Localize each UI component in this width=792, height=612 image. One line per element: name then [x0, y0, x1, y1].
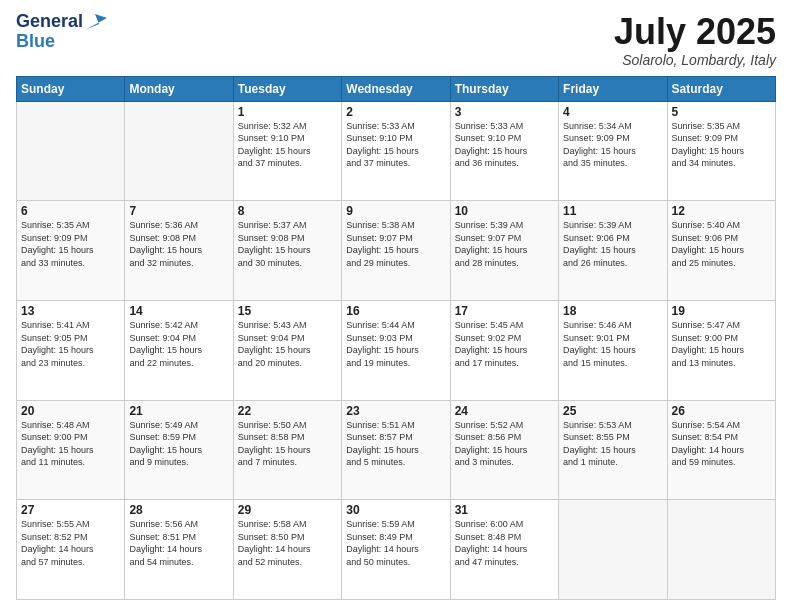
calendar-day-header: Monday [125, 76, 233, 101]
day-number: 2 [346, 105, 445, 119]
day-number: 17 [455, 304, 554, 318]
header: General Blue July 2025 Solarolo, Lombard… [16, 12, 776, 68]
calendar-day-header: Wednesday [342, 76, 450, 101]
day-number: 6 [21, 204, 120, 218]
day-info: Sunrise: 5:35 AM Sunset: 9:09 PM Dayligh… [672, 120, 771, 170]
day-info: Sunrise: 5:43 AM Sunset: 9:04 PM Dayligh… [238, 319, 337, 369]
day-number: 5 [672, 105, 771, 119]
calendar-cell: 19Sunrise: 5:47 AM Sunset: 9:00 PM Dayli… [667, 300, 775, 400]
day-info: Sunrise: 5:39 AM Sunset: 9:06 PM Dayligh… [563, 219, 662, 269]
day-info: Sunrise: 5:39 AM Sunset: 9:07 PM Dayligh… [455, 219, 554, 269]
calendar-cell: 6Sunrise: 5:35 AM Sunset: 9:09 PM Daylig… [17, 201, 125, 301]
day-number: 29 [238, 503, 337, 517]
month-title: July 2025 [614, 12, 776, 52]
calendar-cell: 8Sunrise: 5:37 AM Sunset: 9:08 PM Daylig… [233, 201, 341, 301]
day-number: 14 [129, 304, 228, 318]
day-info: Sunrise: 5:56 AM Sunset: 8:51 PM Dayligh… [129, 518, 228, 568]
calendar-cell: 29Sunrise: 5:58 AM Sunset: 8:50 PM Dayli… [233, 500, 341, 600]
day-number: 12 [672, 204, 771, 218]
day-number: 21 [129, 404, 228, 418]
calendar-cell: 4Sunrise: 5:34 AM Sunset: 9:09 PM Daylig… [559, 101, 667, 201]
title-block: July 2025 Solarolo, Lombardy, Italy [614, 12, 776, 68]
day-info: Sunrise: 5:59 AM Sunset: 8:49 PM Dayligh… [346, 518, 445, 568]
calendar-day-header: Saturday [667, 76, 775, 101]
calendar-cell: 25Sunrise: 5:53 AM Sunset: 8:55 PM Dayli… [559, 400, 667, 500]
logo: General Blue [16, 12, 107, 52]
calendar-cell: 17Sunrise: 5:45 AM Sunset: 9:02 PM Dayli… [450, 300, 558, 400]
day-number: 3 [455, 105, 554, 119]
calendar-cell: 22Sunrise: 5:50 AM Sunset: 8:58 PM Dayli… [233, 400, 341, 500]
day-number: 8 [238, 204, 337, 218]
day-number: 26 [672, 404, 771, 418]
day-number: 1 [238, 105, 337, 119]
calendar-week-row: 6Sunrise: 5:35 AM Sunset: 9:09 PM Daylig… [17, 201, 776, 301]
calendar-cell [125, 101, 233, 201]
calendar-day-header: Thursday [450, 76, 558, 101]
calendar-day-header: Tuesday [233, 76, 341, 101]
day-info: Sunrise: 5:46 AM Sunset: 9:01 PM Dayligh… [563, 319, 662, 369]
logo-blue: Blue [16, 32, 55, 52]
calendar-week-row: 27Sunrise: 5:55 AM Sunset: 8:52 PM Dayli… [17, 500, 776, 600]
calendar-cell: 3Sunrise: 5:33 AM Sunset: 9:10 PM Daylig… [450, 101, 558, 201]
day-number: 16 [346, 304, 445, 318]
day-info: Sunrise: 5:42 AM Sunset: 9:04 PM Dayligh… [129, 319, 228, 369]
calendar-cell: 5Sunrise: 5:35 AM Sunset: 9:09 PM Daylig… [667, 101, 775, 201]
day-info: Sunrise: 5:45 AM Sunset: 9:02 PM Dayligh… [455, 319, 554, 369]
day-info: Sunrise: 5:44 AM Sunset: 9:03 PM Dayligh… [346, 319, 445, 369]
day-info: Sunrise: 5:54 AM Sunset: 8:54 PM Dayligh… [672, 419, 771, 469]
day-number: 30 [346, 503, 445, 517]
day-info: Sunrise: 5:51 AM Sunset: 8:57 PM Dayligh… [346, 419, 445, 469]
day-number: 22 [238, 404, 337, 418]
calendar-cell: 9Sunrise: 5:38 AM Sunset: 9:07 PM Daylig… [342, 201, 450, 301]
calendar-cell: 24Sunrise: 5:52 AM Sunset: 8:56 PM Dayli… [450, 400, 558, 500]
logo-bird-icon [85, 14, 107, 30]
calendar-cell: 16Sunrise: 5:44 AM Sunset: 9:03 PM Dayli… [342, 300, 450, 400]
day-info: Sunrise: 5:40 AM Sunset: 9:06 PM Dayligh… [672, 219, 771, 269]
calendar-day-header: Sunday [17, 76, 125, 101]
day-number: 28 [129, 503, 228, 517]
calendar-cell: 31Sunrise: 6:00 AM Sunset: 8:48 PM Dayli… [450, 500, 558, 600]
day-info: Sunrise: 5:33 AM Sunset: 9:10 PM Dayligh… [346, 120, 445, 170]
calendar-week-row: 1Sunrise: 5:32 AM Sunset: 9:10 PM Daylig… [17, 101, 776, 201]
calendar-cell [667, 500, 775, 600]
calendar-table: SundayMondayTuesdayWednesdayThursdayFrid… [16, 76, 776, 600]
calendar-cell: 13Sunrise: 5:41 AM Sunset: 9:05 PM Dayli… [17, 300, 125, 400]
calendar-cell: 27Sunrise: 5:55 AM Sunset: 8:52 PM Dayli… [17, 500, 125, 600]
day-number: 11 [563, 204, 662, 218]
calendar-cell: 15Sunrise: 5:43 AM Sunset: 9:04 PM Dayli… [233, 300, 341, 400]
calendar-cell: 18Sunrise: 5:46 AM Sunset: 9:01 PM Dayli… [559, 300, 667, 400]
day-info: Sunrise: 5:53 AM Sunset: 8:55 PM Dayligh… [563, 419, 662, 469]
day-number: 18 [563, 304, 662, 318]
day-number: 20 [21, 404, 120, 418]
calendar-cell: 20Sunrise: 5:48 AM Sunset: 9:00 PM Dayli… [17, 400, 125, 500]
day-info: Sunrise: 5:32 AM Sunset: 9:10 PM Dayligh… [238, 120, 337, 170]
logo-general: General [16, 12, 83, 32]
calendar-cell: 30Sunrise: 5:59 AM Sunset: 8:49 PM Dayli… [342, 500, 450, 600]
calendar-cell: 23Sunrise: 5:51 AM Sunset: 8:57 PM Dayli… [342, 400, 450, 500]
day-info: Sunrise: 5:52 AM Sunset: 8:56 PM Dayligh… [455, 419, 554, 469]
day-number: 9 [346, 204, 445, 218]
calendar-cell: 10Sunrise: 5:39 AM Sunset: 9:07 PM Dayli… [450, 201, 558, 301]
day-number: 25 [563, 404, 662, 418]
calendar-cell: 14Sunrise: 5:42 AM Sunset: 9:04 PM Dayli… [125, 300, 233, 400]
day-info: Sunrise: 5:37 AM Sunset: 9:08 PM Dayligh… [238, 219, 337, 269]
day-info: Sunrise: 5:33 AM Sunset: 9:10 PM Dayligh… [455, 120, 554, 170]
day-number: 13 [21, 304, 120, 318]
day-info: Sunrise: 5:36 AM Sunset: 9:08 PM Dayligh… [129, 219, 228, 269]
calendar-cell: 26Sunrise: 5:54 AM Sunset: 8:54 PM Dayli… [667, 400, 775, 500]
calendar-week-row: 20Sunrise: 5:48 AM Sunset: 9:00 PM Dayli… [17, 400, 776, 500]
day-number: 15 [238, 304, 337, 318]
day-info: Sunrise: 5:34 AM Sunset: 9:09 PM Dayligh… [563, 120, 662, 170]
day-number: 10 [455, 204, 554, 218]
day-info: Sunrise: 5:41 AM Sunset: 9:05 PM Dayligh… [21, 319, 120, 369]
calendar-cell: 28Sunrise: 5:56 AM Sunset: 8:51 PM Dayli… [125, 500, 233, 600]
calendar-cell: 2Sunrise: 5:33 AM Sunset: 9:10 PM Daylig… [342, 101, 450, 201]
calendar-cell [17, 101, 125, 201]
calendar-cell: 7Sunrise: 5:36 AM Sunset: 9:08 PM Daylig… [125, 201, 233, 301]
calendar-cell: 12Sunrise: 5:40 AM Sunset: 9:06 PM Dayli… [667, 201, 775, 301]
day-number: 4 [563, 105, 662, 119]
day-info: Sunrise: 5:47 AM Sunset: 9:00 PM Dayligh… [672, 319, 771, 369]
day-info: Sunrise: 5:35 AM Sunset: 9:09 PM Dayligh… [21, 219, 120, 269]
page: General Blue July 2025 Solarolo, Lombard… [0, 0, 792, 612]
calendar-week-row: 13Sunrise: 5:41 AM Sunset: 9:05 PM Dayli… [17, 300, 776, 400]
